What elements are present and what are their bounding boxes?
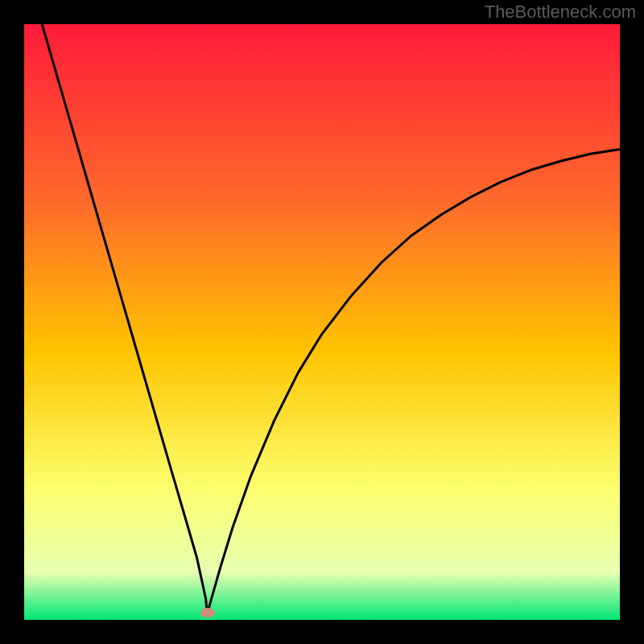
chart-svg: TheBottleneck.com — [0, 0, 644, 644]
plot-area — [24, 24, 620, 620]
chart-container: TheBottleneck.com — [0, 0, 644, 644]
attribution-text: TheBottleneck.com — [485, 2, 636, 22]
minimum-marker — [200, 608, 215, 617]
